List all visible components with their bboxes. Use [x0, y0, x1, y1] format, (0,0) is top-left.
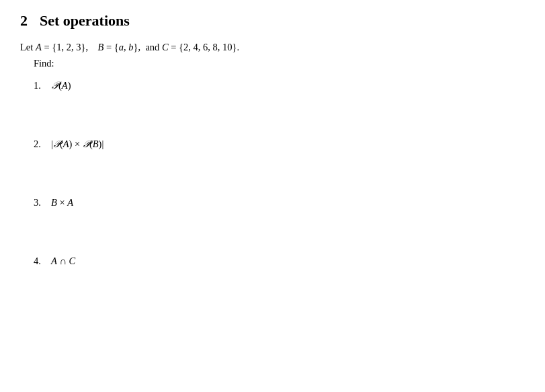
problem-number-4: 4.	[34, 256, 47, 267]
section-title: Set operations	[40, 12, 130, 30]
section-number: 2	[20, 12, 28, 30]
problem-expr-3: B × A	[51, 197, 73, 208]
problem-list: 1. 𝒫(A) 2. |𝒫(A) × 𝒫(B)| 3. B × A 4. A ∩…	[34, 80, 525, 267]
set-A-name: A	[36, 42, 42, 52]
section-header: 2 Set operations	[20, 12, 525, 30]
set-C-name: C	[162, 42, 169, 52]
problem-number-2: 2.	[34, 139, 47, 150]
problem-number-1: 1.	[34, 80, 47, 91]
problem-item-4: 4. A ∩ C	[34, 256, 525, 267]
intro-text: Let A = {1, 2, 3}, B = {a, b}, and C = {…	[20, 40, 525, 55]
problem-expr-2: |𝒫(A) × 𝒫(B)|	[51, 139, 103, 150]
problem-number-3: 3.	[34, 197, 47, 208]
problem-item-2: 2. |𝒫(A) × 𝒫(B)|	[34, 139, 525, 150]
problem-item-3: 3. B × A	[34, 197, 525, 208]
problem-expr-4: A ∩ C	[51, 256, 75, 267]
find-label: Find:	[34, 58, 525, 69]
section-container: 2 Set operations Let A = {1, 2, 3}, B = …	[20, 12, 525, 267]
set-B-name: B	[98, 42, 104, 52]
problem-item-1: 1. 𝒫(A)	[34, 80, 525, 91]
intro-block: Let A = {1, 2, 3}, B = {a, b}, and C = {…	[20, 40, 525, 69]
problem-expr-1: 𝒫(A)	[51, 80, 71, 91]
